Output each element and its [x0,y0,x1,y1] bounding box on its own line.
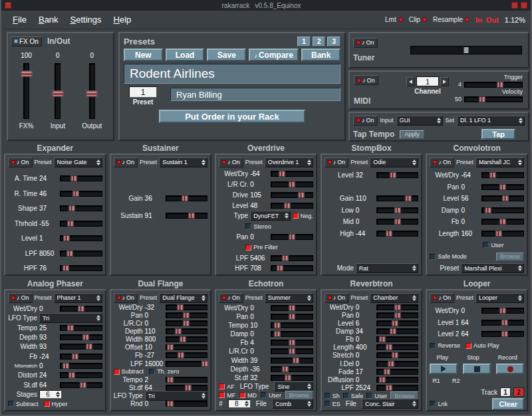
looper-record-button[interactable] [496,364,524,374]
load-button[interactable]: Load [166,49,205,61]
fx-percent-slider[interactable] [23,63,29,119]
slider-handle[interactable] [71,175,77,181]
slider-handle[interactable] [184,312,190,318]
slider-handle[interactable] [284,203,290,209]
close-button[interactable] [521,2,527,9]
slider-handle[interactable] [182,195,188,201]
looper-checkbox-auto-play[interactable]: Auto Play [466,342,499,349]
slider-handle[interactable] [282,255,288,261]
dualflange-rnd-slider[interactable] [166,401,208,407]
dualflange-offset-slider[interactable] [166,344,208,350]
phaser-checkbox-hyper[interactable]: Hyper [44,401,68,407]
convolotron-preset-dropdown[interactable]: Marshall Plexi [461,263,524,273]
slider-handle[interactable] [73,191,79,197]
slider-handle[interactable] [72,354,78,360]
slider-handle[interactable] [289,181,295,187]
phaser-checkbox-subtract[interactable]: Subtract [8,401,39,407]
expander-thrhold-slider[interactable] [60,221,102,227]
slider-handle[interactable] [167,377,173,383]
menu-settings[interactable]: Settings [65,15,108,25]
reverbtron-lpf-slider[interactable] [376,385,419,391]
tap-input-dropdown[interactable]: GUI [396,116,443,126]
echotron-st-df-slider[interactable] [271,375,313,381]
preset-name-display[interactable]: Rodent Airlines [124,64,340,84]
tuner-on-button[interactable]: On [353,38,378,48]
slider-handle[interactable] [380,336,386,342]
expander-hpf-slider[interactable] [60,265,102,271]
slider-handle[interactable] [386,385,392,391]
reverbtron-i-del-slider[interactable] [376,361,419,367]
dualflange-checkbox-th-zero[interactable]: Th. zero [149,368,179,375]
looper-track-1-button[interactable]: 1 [500,387,511,397]
dualflange-st-df-slider[interactable] [166,385,208,391]
dualflange-checkbox-subtract[interactable]: Subtract [114,368,144,375]
slider-handle[interactable] [67,221,73,227]
stompbox-on-button[interactable]: On [325,157,349,167]
phaser-on-button[interactable]: On [8,293,33,303]
slider-handle[interactable] [63,265,69,271]
echotron-pan-slider[interactable] [271,314,313,320]
overdrive-checkbox-pre-filter[interactable]: Pre Filter [245,244,278,251]
stompbox-level-slider[interactable] [376,172,419,178]
rack-order-button[interactable]: Put Order in your Rack [159,110,305,123]
slider-handle[interactable] [289,314,295,320]
phaser-depth-slider[interactable] [60,334,102,340]
preset-author-display[interactable]: Ryan Billing [170,88,340,101]
slider-handle[interactable] [394,207,400,213]
expander-lpf-slider[interactable] [60,251,102,257]
slider-handle[interactable] [502,331,508,337]
slider-handle[interactable] [298,192,304,198]
expander-a-time-slider[interactable] [60,175,102,181]
reverbtron-checkbox-es[interactable]: ES [325,401,340,407]
slider-handle[interactable] [406,195,412,201]
looper-track-2-button[interactable]: 2 [513,387,524,397]
looper-preset-dropdown[interactable]: Looper [475,293,524,303]
fx-on-button[interactable]: FX On [11,37,42,47]
slider-handle[interactable] [380,377,386,383]
midi-on-button[interactable]: On [354,75,378,85]
echotron-browse-button[interactable]: Browse [285,391,313,399]
slider-handle[interactable] [167,344,173,350]
overdrive-l-r-cr-slider[interactable] [271,181,313,187]
slider-handle[interactable] [167,401,173,407]
dualflange-width-slider[interactable] [166,336,208,342]
reverbtron-on-button[interactable]: On [325,293,349,303]
tap-on-button[interactable]: On [353,116,378,126]
echotron-damp-slider[interactable] [271,331,313,337]
echotron-file-dropdown[interactable]: Comb [272,399,313,409]
dualflange-l-r-cr-slider[interactable] [166,320,208,326]
convolotron-fb-slider[interactable] [481,219,524,225]
convolotron-on-button[interactable]: On [430,157,454,167]
reverbtron-fade-slider[interactable] [376,369,419,375]
phaser-preset-dropdown[interactable]: Phaser 1 [54,293,102,303]
looper-level-1-slider[interactable] [481,320,524,326]
echotron-checkbox-mf[interactable]: MF [219,392,235,399]
phaser-mismatch-slider[interactable] [60,363,102,369]
stompbox-mode-dropdown[interactable]: Rat [356,263,419,273]
slider-handle[interactable] [386,231,392,237]
memory-3-button[interactable]: 3 [327,37,340,47]
convolotron-damp-slider[interactable] [481,207,524,213]
phaser-st-df-slider[interactable] [60,382,102,388]
overdrive-drive-slider[interactable] [271,192,313,198]
overdrive-preset-dropdown[interactable]: Overdrive 1 [265,157,313,167]
echotron-tempo-slider[interactable] [271,322,313,328]
reverbtron-fb-slider[interactable] [376,336,419,342]
echotron-depth-slider[interactable] [271,366,313,372]
slider-handle[interactable] [390,328,396,334]
slider-handle[interactable] [78,306,84,312]
slider-handle[interactable] [275,322,281,328]
sustainer-preset-dropdown[interactable]: Sustain 1 [159,157,207,167]
overdrive-on-button[interactable]: On [219,157,243,167]
slider-handle[interactable] [394,304,400,310]
input-slider[interactable] [55,63,61,119]
stompbox-mid-slider[interactable] [376,219,419,225]
convolotron-wet-dry-slider[interactable] [481,172,524,178]
slider-handle[interactable] [390,172,396,178]
slider-handle[interactable] [289,234,295,240]
dualflange-preset-dropdown[interactable]: Dual Flange [159,293,207,303]
slider-handle[interactable] [184,320,190,326]
looper-play-button[interactable] [430,364,458,374]
echotron-fb-slider[interactable] [271,340,313,346]
looper-checkbox-reverse[interactable]: Reverse [430,342,460,349]
